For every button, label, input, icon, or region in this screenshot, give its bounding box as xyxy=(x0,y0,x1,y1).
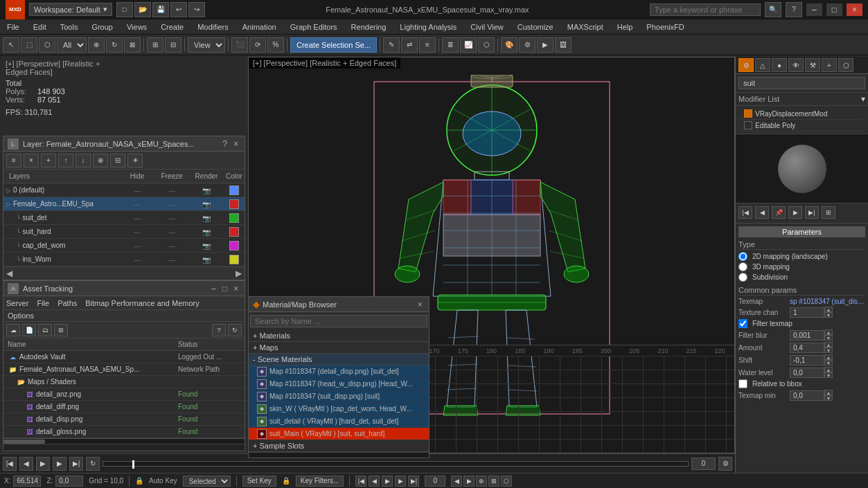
percent-snap[interactable]: % xyxy=(267,37,284,53)
modifier-checkbox-1[interactable] xyxy=(744,109,752,118)
asset-tb-1[interactable]: ☁ xyxy=(6,324,20,336)
menu-views[interactable]: Views xyxy=(120,21,154,33)
ctrl-prev[interactable]: ◀ xyxy=(755,206,769,219)
nav-zoom-btn[interactable]: ⊠ xyxy=(488,476,499,487)
layer-mgr[interactable]: ≣ xyxy=(442,37,459,53)
key-go-end[interactable]: ▶| xyxy=(408,476,419,487)
layer-color-swatch[interactable] xyxy=(229,199,239,209)
shift-up[interactable]: ▲ xyxy=(824,354,833,360)
menu-modifiers[interactable]: Modifiers xyxy=(191,21,236,33)
open-btn[interactable]: 📂 xyxy=(134,2,151,17)
menu-customize[interactable]: Customize xyxy=(511,21,560,33)
menu-create[interactable]: Create xyxy=(154,21,191,33)
texmap-min-input[interactable] xyxy=(790,390,824,401)
amount-input[interactable] xyxy=(790,343,824,353)
filter-blur-input[interactable] xyxy=(790,330,824,341)
radio-subdivision[interactable] xyxy=(738,273,747,282)
water-level-input[interactable] xyxy=(790,368,824,378)
snap-toggle[interactable]: ⬛ xyxy=(231,37,248,53)
activeShade[interactable]: 🖼 xyxy=(555,37,572,53)
help-btn[interactable]: ? xyxy=(786,2,802,17)
maximize-btn[interactable]: □ xyxy=(826,3,842,16)
frame-number-input[interactable] xyxy=(425,476,445,487)
key-prev-frame[interactable]: ◀ xyxy=(369,476,380,487)
layer-color-swatch[interactable] xyxy=(229,227,239,237)
filter-blur-up[interactable]: ▲ xyxy=(824,329,833,335)
asset-tb-help[interactable]: ? xyxy=(212,324,226,336)
menu-lighting-analysis[interactable]: Lighting Analysis xyxy=(393,21,463,33)
modifier-vray-disp[interactable]: VRayDisplacementMod xyxy=(740,108,864,120)
radio-3d-mapping[interactable] xyxy=(738,262,747,271)
new-btn[interactable]: □ xyxy=(116,2,133,17)
layer-color-swatch[interactable] xyxy=(229,186,239,195)
close-btn[interactable]: × xyxy=(847,3,862,16)
modifier-editable-poly[interactable]: Editable Poly xyxy=(740,120,864,132)
go-end-btn[interactable]: ▶| xyxy=(69,457,83,471)
select-region[interactable]: ⬚ xyxy=(21,37,37,53)
menu-maxscript[interactable]: MAXScript xyxy=(560,21,610,33)
layer-tb-2[interactable]: × xyxy=(24,154,39,168)
tab-display[interactable]: 👁 xyxy=(788,58,804,72)
ctrl-extra[interactable]: ⊞ xyxy=(822,206,835,219)
align-tool[interactable]: ≡ xyxy=(419,37,436,53)
texture-chan-up[interactable]: ▲ xyxy=(824,307,833,312)
layer-tb-6[interactable]: ⊟ xyxy=(110,154,125,168)
asset-tb-4[interactable]: ⊞ xyxy=(54,324,68,336)
layer-row[interactable]: └ suit_det — — 📷 xyxy=(3,211,245,225)
nav-maximize-btn[interactable]: ⬡ xyxy=(501,476,512,487)
selected-dropdown[interactable]: Selected xyxy=(183,476,231,487)
asset-list-item[interactable]: 🖼 detail_disp.png Found xyxy=(3,413,245,426)
modifier-checkbox-2[interactable] xyxy=(744,121,752,129)
set-key-btn[interactable]: Set Key xyxy=(242,476,276,487)
scale-tool[interactable]: ⊠ xyxy=(124,37,141,53)
asset-menu-file[interactable]: File xyxy=(37,299,49,307)
angle-snap[interactable]: ⟳ xyxy=(249,37,266,53)
filter-blur-down[interactable]: ▼ xyxy=(824,335,833,341)
menu-edit[interactable]: Edit xyxy=(26,21,53,33)
redo-btn[interactable]: ↪ xyxy=(188,2,205,17)
modifier-search-input[interactable] xyxy=(738,77,865,89)
ctrl-next-frame[interactable]: ▶| xyxy=(805,206,819,219)
layer-nav-next[interactable]: ▶ xyxy=(236,269,242,278)
create-selection-btn[interactable]: Create Selection Se... xyxy=(290,37,377,53)
scene-materials-toggle[interactable]: - Scene Materials xyxy=(249,354,429,365)
filter-checkbox[interactable] xyxy=(738,319,747,328)
sample-slots-toggle[interactable]: + Sample Slots xyxy=(249,440,429,452)
texture-chan-input[interactable] xyxy=(790,307,824,318)
prev-frame-btn[interactable]: ◀ xyxy=(19,457,33,471)
menu-civil-view[interactable]: Civil View xyxy=(463,21,510,33)
asset-close-btn[interactable]: × xyxy=(231,284,240,293)
asset-tb-3[interactable]: 🗂 xyxy=(38,324,52,336)
play-btn[interactable]: ▶ xyxy=(36,457,50,471)
nav-next-btn[interactable]: ▶ xyxy=(463,476,475,487)
amount-up[interactable]: ▲ xyxy=(824,342,833,347)
asset-list-item[interactable]: 📁 Female_Astronaut_NASA_xEMU_Sp... Netwo… xyxy=(3,363,245,376)
keyword-search[interactable] xyxy=(650,3,761,16)
layer-row[interactable]: ▷ 0 (default) — — 📷 xyxy=(3,183,245,197)
asset-menu-options[interactable]: Options xyxy=(8,311,34,320)
layer-tb-3[interactable]: ↑ xyxy=(58,154,73,168)
asset-tb-2[interactable]: 📄 xyxy=(22,324,36,336)
tab-create[interactable]: + xyxy=(822,58,837,72)
amount-down[interactable]: ▼ xyxy=(824,347,833,353)
nav-prev-btn[interactable]: ◀ xyxy=(451,476,462,487)
texture-chan-down[interactable]: ▼ xyxy=(824,312,833,318)
material-search-input[interactable] xyxy=(250,315,427,327)
minimize-btn[interactable]: – xyxy=(806,3,822,16)
radio-2d-mapping[interactable] xyxy=(738,252,747,261)
key-go-start[interactable]: |◀ xyxy=(355,476,366,487)
material-close-btn[interactable]: × xyxy=(416,300,425,309)
key-filters-btn[interactable]: Key Filters... xyxy=(296,476,344,487)
menu-tools[interactable]: Tools xyxy=(53,21,85,33)
move-tool[interactable]: ⊕ xyxy=(88,37,105,53)
water-level-up[interactable]: ▲ xyxy=(824,367,833,372)
material-scrollbar[interactable] xyxy=(249,452,429,458)
mirror-tool[interactable]: ⇌ xyxy=(401,37,418,53)
render-btn[interactable]: ▶ xyxy=(537,37,553,53)
unlink-tool[interactable]: ⊟ xyxy=(165,37,181,53)
asset-tb-refresh[interactable]: ↻ xyxy=(228,324,242,336)
menu-animation[interactable]: Animation xyxy=(236,21,283,33)
material-scene-item[interactable]: ◆ Map #1018347 (suit_disp.png) [suit] xyxy=(249,390,429,403)
layer-row[interactable]: └ suit_hard — — 📷 xyxy=(3,225,245,239)
key-next-frame[interactable]: ▶ xyxy=(395,476,406,487)
